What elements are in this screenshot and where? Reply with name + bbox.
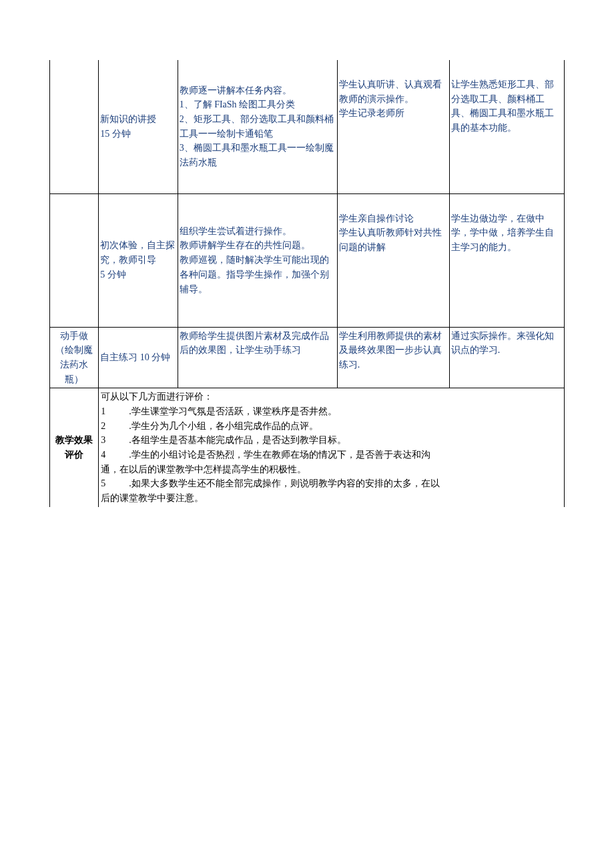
list-item: 4.学生的小组讨论是否热烈，学生在教师在场的情况下，是否善于表达和沟 bbox=[101, 448, 563, 462]
document-page: 新知识的讲授 15 分钟 教师逐一讲解本任务内容。 1、了解 FIaSh 绘图工… bbox=[0, 0, 614, 868]
time-cell: 新知识的讲授 15 分钟 bbox=[99, 60, 178, 193]
list-item: 2.学生分为几个小组，各小组完成作品的点评。 bbox=[101, 419, 563, 434]
teacher-line: 教师逐一讲解本任务内容。 bbox=[180, 83, 336, 98]
teacher-cell: 教师给学生提供图片素材及完成作品后的效果图，让学生动手练习 bbox=[178, 327, 337, 388]
teacher-text: 教师给学生提供图片素材及完成作品后的效果图，让学生动手练习 bbox=[180, 331, 329, 356]
list-item: 1.学生课堂学习气氛是否活跃，课堂秩序是否井然。 bbox=[101, 404, 563, 419]
time-line: 新知识的讲授 bbox=[100, 112, 176, 127]
table-row: 教学效果评价 可从以下几方面进行评价： 1.学生课堂学习气氛是否活跃，课堂秩序是… bbox=[50, 388, 565, 507]
eval-label: 教学效果评价 bbox=[55, 435, 93, 460]
time-line: 5 分钟 bbox=[100, 268, 176, 282]
eval-list: 1.学生课堂学习气氛是否活跃，课堂秩序是否井然。 2.学生分为几个小组，各小组完… bbox=[100, 404, 563, 506]
lesson-plan-table: 新知识的讲授 15 分钟 教师逐一讲解本任务内容。 1、了解 FIaSh 绘图工… bbox=[49, 60, 565, 507]
teacher-cell: 组织学生尝试着进行操作。 教师讲解学生存在的共性问题。 教师巡视，随时解决学生可… bbox=[178, 193, 337, 327]
phase-line: （绘制魔法药水瓶） bbox=[51, 343, 97, 386]
student-line: 学生认真听教师针对共性问题的讲解 bbox=[339, 226, 448, 254]
phase-cell bbox=[50, 193, 99, 327]
item-text: 通，在以后的课堂教学中怎样提高学生的积极性。 bbox=[101, 464, 306, 474]
list-item-cont: 后的课堂教学中要注意。 bbox=[101, 491, 563, 506]
item-text: .学生的小组讨论是否热烈，学生在教师在场的情况下，是否善于表达和沟 bbox=[129, 450, 430, 460]
teacher-line: 3、椭圆工具和墨水瓶工具一一绘制魔法药水瓶 bbox=[180, 141, 336, 169]
list-item-cont: 通，在以后的课堂教学中怎样提高学生的积极性。 bbox=[101, 462, 563, 477]
period-icon: . bbox=[498, 345, 501, 355]
time-line: 15 分钟 bbox=[100, 127, 176, 141]
purpose-cell: 通过实际操作。来强化知识点的学习. bbox=[449, 327, 564, 388]
item-text: .学生课堂学习气氛是否活跃，课堂秩序是否井然。 bbox=[129, 406, 337, 416]
eval-intro: 可从以下几方面进行评价： bbox=[100, 390, 563, 404]
purpose-cell: 学生边做边学，在做中学，学中做，培养学生自主学习的能力。 bbox=[449, 193, 564, 327]
phase-cell bbox=[50, 60, 99, 193]
table-row: 新知识的讲授 15 分钟 教师逐一讲解本任务内容。 1、了解 FIaSh 绘图工… bbox=[50, 60, 565, 193]
student-cell: 学生利用教师提供的素材及最终效果图一步步认真练习. bbox=[337, 327, 449, 388]
item-text: .学生分为几个小组，各小组完成作品的点评。 bbox=[129, 421, 318, 431]
item-number: 5 bbox=[101, 476, 129, 491]
table-row: 动手做 （绘制魔法药水瓶） 自主练习 10 分钟 教师给学生提供图片素材及完成作… bbox=[50, 327, 565, 388]
teacher-line: 组织学生尝试着进行操作。 bbox=[180, 224, 336, 239]
list-item: 3.各组学生是否基本能完成作品，是否达到教学目标。 bbox=[101, 433, 563, 448]
eval-label-cell: 教学效果评价 bbox=[50, 388, 99, 507]
eval-content-cell: 可从以下几方面进行评价： 1.学生课堂学习气氛是否活跃，课堂秩序是否井然。 2.… bbox=[99, 388, 565, 507]
purpose-text: 让学生熟悉矩形工具、部分选取工具、颜料桶工具、椭圆工具和墨水瓶工具的基本功能。 bbox=[451, 77, 563, 135]
time-cell: 自主练习 10 分钟 bbox=[99, 327, 178, 388]
item-number: 2 bbox=[101, 419, 129, 434]
item-number: 1 bbox=[101, 404, 129, 419]
phase-line: 动手做 bbox=[51, 329, 97, 344]
time-text: 自主练习 10 分钟 bbox=[100, 352, 170, 362]
item-text: .各组学生是否基本能完成作品，是否达到教学目标。 bbox=[129, 435, 346, 445]
student-line: 学生记录老师所 bbox=[339, 106, 448, 121]
table-row: 初次体验，自主探究，教师引导 5 分钟 组织学生尝试着进行操作。 教师讲解学生存… bbox=[50, 193, 565, 327]
student-text: 学生利用教师提供的素材及最终效果图一步步认真练习 bbox=[339, 331, 442, 370]
phase-cell: 动手做 （绘制魔法药水瓶） bbox=[50, 327, 99, 388]
teacher-line: 教师巡视，随时解决学生可能出现的各种问题。指导学生操作，加强个别辅导。 bbox=[180, 253, 336, 296]
purpose-cell: 让学生熟悉矩形工具、部分选取工具、颜料桶工具、椭圆工具和墨水瓶工具的基本功能。 bbox=[449, 60, 564, 193]
time-line: 初次体验，自主探究，教师引导 bbox=[100, 238, 176, 267]
item-text: .如果大多数学生还不能全部完成操作，则说明教学内容的安排的太多，在以 bbox=[129, 478, 440, 488]
student-line: 学生认真听讲、认真观看教师的演示操作。 bbox=[339, 77, 448, 106]
item-number: 3 bbox=[101, 433, 129, 448]
period-icon: . bbox=[358, 360, 360, 370]
purpose-text: 学生边做边学，在做中学，学中做，培养学生自主学习的能力。 bbox=[451, 211, 563, 255]
teacher-line: 2、矩形工具、部分选取工具和颜料桶工具一一绘制卡通铅笔 bbox=[180, 112, 336, 141]
student-line: 学生亲自操作讨论 bbox=[339, 211, 448, 226]
teacher-line: 教师讲解学生存在的共性问题。 bbox=[180, 238, 336, 253]
item-text: 后的课堂教学中要注意。 bbox=[101, 493, 204, 503]
teacher-line: 1、了解 FIaSh 绘图工具分类 bbox=[180, 97, 336, 112]
item-number: 4 bbox=[101, 448, 129, 462]
time-cell: 初次体验，自主探究，教师引导 5 分钟 bbox=[99, 193, 178, 327]
student-cell: 学生认真听讲、认真观看教师的演示操作。 学生记录老师所 bbox=[337, 60, 449, 193]
purpose-text: 通过实际操作。来强化知识点的学习 bbox=[451, 331, 554, 356]
student-cell: 学生亲自操作讨论 学生认真听教师针对共性问题的讲解 bbox=[337, 193, 449, 327]
teacher-cell: 教师逐一讲解本任务内容。 1、了解 FIaSh 绘图工具分类 2、矩形工具、部分… bbox=[178, 60, 337, 193]
list-item: 5.如果大多数学生还不能全部完成操作，则说明教学内容的安排的太多，在以 bbox=[101, 476, 563, 491]
